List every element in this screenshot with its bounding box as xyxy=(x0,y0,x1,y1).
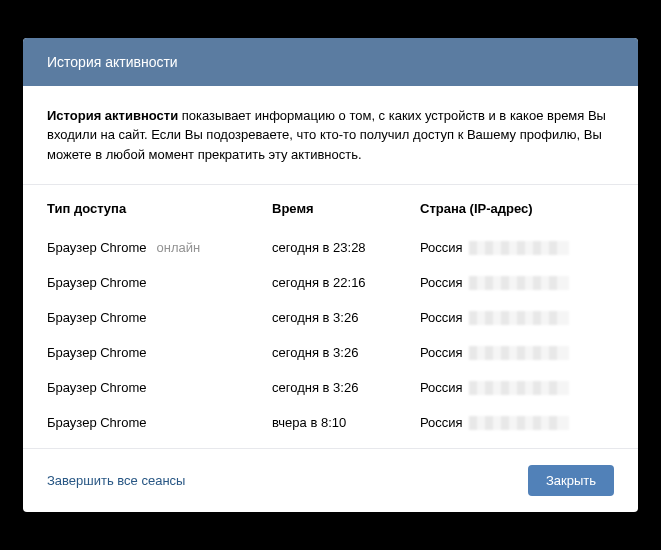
header-country: Страна (IP-адрес) xyxy=(420,201,614,216)
access-type-label: Браузер Chrome xyxy=(47,275,146,290)
close-button[interactable]: Закрыть xyxy=(528,465,614,496)
country-cell: Россия xyxy=(420,240,614,255)
country-cell: Россия xyxy=(420,415,614,430)
access-type-cell: Браузер Chrome xyxy=(47,345,272,360)
ip-address-redacted xyxy=(469,346,569,360)
modal-title: История активности xyxy=(47,54,178,70)
time-cell: сегодня в 3:26 xyxy=(272,345,420,360)
ip-address-redacted xyxy=(469,381,569,395)
table-row[interactable]: Браузер Chromeсегодня в 3:26Россия xyxy=(47,335,614,370)
table-header-row: Тип доступа Время Страна (IP-адрес) xyxy=(47,201,614,230)
access-type-cell: Браузер Chrome xyxy=(47,310,272,325)
ip-address-redacted xyxy=(469,416,569,430)
modal-footer: Завершить все сеансы Закрыть xyxy=(23,448,638,512)
country-label: Россия xyxy=(420,310,463,325)
table-row[interactable]: Браузер Chromeсегодня в 3:26Россия xyxy=(47,300,614,335)
ip-address-redacted xyxy=(469,241,569,255)
table-row[interactable]: Браузер Chromeонлайнсегодня в 23:28Росси… xyxy=(47,230,614,265)
table-row[interactable]: Браузер Chromeсегодня в 22:16Россия xyxy=(47,265,614,300)
country-label: Россия xyxy=(420,275,463,290)
country-cell: Россия xyxy=(420,275,614,290)
access-type-cell: Браузер Chrome xyxy=(47,380,272,395)
time-cell: сегодня в 22:16 xyxy=(272,275,420,290)
access-type-label: Браузер Chrome xyxy=(47,345,146,360)
table-row[interactable]: Браузер Chromeвчера в 8:10Россия xyxy=(47,405,614,440)
header-time: Время xyxy=(272,201,420,216)
country-cell: Россия xyxy=(420,380,614,395)
country-label: Россия xyxy=(420,415,463,430)
country-cell: Россия xyxy=(420,345,614,360)
sessions-table: Тип доступа Время Страна (IP-адрес) Брау… xyxy=(23,185,638,448)
description-bold: История активности xyxy=(47,108,178,123)
country-cell: Россия xyxy=(420,310,614,325)
country-label: Россия xyxy=(420,380,463,395)
ip-address-redacted xyxy=(469,311,569,325)
activity-history-modal: История активности История активности по… xyxy=(23,38,638,513)
online-badge: онлайн xyxy=(156,240,200,255)
description-block: История активности показывает информацию… xyxy=(23,86,638,186)
access-type-label: Браузер Chrome xyxy=(47,415,146,430)
header-access-type: Тип доступа xyxy=(47,201,272,216)
time-cell: вчера в 8:10 xyxy=(272,415,420,430)
access-type-cell: Браузер Chrome xyxy=(47,275,272,290)
country-label: Россия xyxy=(420,240,463,255)
time-cell: сегодня в 3:26 xyxy=(272,380,420,395)
time-cell: сегодня в 3:26 xyxy=(272,310,420,325)
end-all-sessions-button[interactable]: Завершить все сеансы xyxy=(47,473,185,488)
time-cell: сегодня в 23:28 xyxy=(272,240,420,255)
access-type-label: Браузер Chrome xyxy=(47,240,146,255)
access-type-cell: Браузер Chromeонлайн xyxy=(47,240,272,255)
table-row[interactable]: Браузер Chromeсегодня в 3:26Россия xyxy=(47,370,614,405)
modal-header: История активности xyxy=(23,38,638,86)
access-type-label: Браузер Chrome xyxy=(47,380,146,395)
access-type-label: Браузер Chrome xyxy=(47,310,146,325)
country-label: Россия xyxy=(420,345,463,360)
table-body: Браузер Chromeонлайнсегодня в 23:28Росси… xyxy=(47,230,614,440)
access-type-cell: Браузер Chrome xyxy=(47,415,272,430)
ip-address-redacted xyxy=(469,276,569,290)
